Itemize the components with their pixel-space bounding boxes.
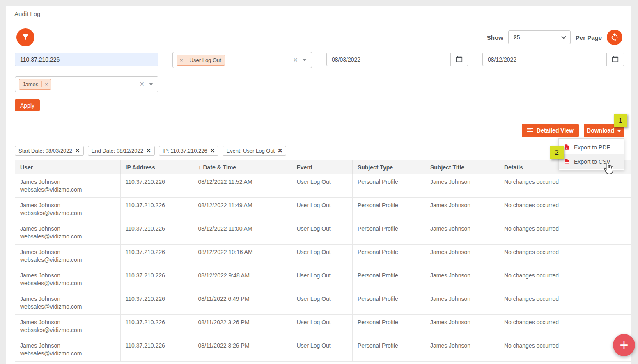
refresh-icon xyxy=(610,33,619,42)
column-header-ip[interactable]: IP Address xyxy=(120,160,193,174)
cell-ip: 110.37.210.226 xyxy=(120,268,193,291)
sort-descending-icon: ↓ xyxy=(198,164,201,171)
filter-chip: IP: 110.37.210.226 ✕ xyxy=(159,146,219,156)
cell-subject-title: James Johnson xyxy=(425,245,499,268)
user-email: websales@vidizmo.com xyxy=(20,350,115,357)
user-email: websales@vidizmo.com xyxy=(20,279,115,287)
event-tag-label: User Log Out xyxy=(186,57,225,63)
user-email: websales@vidizmo.com xyxy=(20,209,115,217)
cell-datetime: 08/11/2022 3:26 PM xyxy=(193,315,291,338)
cell-user: James Johnson websales@vidizmo.com xyxy=(15,198,121,221)
calendar-button[interactable] xyxy=(606,53,624,66)
cell-details: No changes occurred xyxy=(499,245,631,268)
remove-chip-icon[interactable]: ✕ xyxy=(75,148,80,153)
table-row[interactable]: James Johnson websales@vidizmo.com 110.3… xyxy=(15,221,631,245)
cursor-icon xyxy=(603,162,615,176)
column-header-datetime[interactable]: ↓Date & Time xyxy=(193,160,291,174)
filter-chips-row: Start Date: 08/03/2022 ✕ End Date: 08/12… xyxy=(15,146,286,156)
column-header-user[interactable]: User xyxy=(15,160,121,174)
user-name: James Johnson xyxy=(20,318,115,326)
column-header-event[interactable]: Event xyxy=(291,160,352,174)
remove-chip-icon[interactable]: ✕ xyxy=(146,148,151,153)
dropdown-caret-icon[interactable] xyxy=(149,83,153,85)
ip-filter-input[interactable] xyxy=(15,53,158,66)
cell-ip: 110.37.210.226 xyxy=(120,338,193,362)
remove-chip-icon[interactable]: ✕ xyxy=(210,148,215,153)
cell-datetime: 08/12/2022 9:48 AM xyxy=(193,268,291,291)
start-date-field[interactable]: 08/03/2022 xyxy=(326,53,468,66)
calendar-icon xyxy=(612,56,619,63)
apply-button[interactable]: Apply xyxy=(15,99,40,111)
csv-file-icon: csv xyxy=(564,158,570,165)
cell-details: No changes occurred xyxy=(499,338,631,362)
remove-tag-icon[interactable]: × xyxy=(41,81,51,87)
event-filter-multiselect[interactable]: × User Log Out × xyxy=(172,52,312,68)
clear-selection-icon[interactable]: × xyxy=(140,80,144,88)
user-filter-multiselect[interactable]: James × × xyxy=(15,76,158,92)
refresh-button[interactable] xyxy=(607,30,622,45)
add-button[interactable]: + xyxy=(613,334,635,356)
cell-subject-type: Personal Profile xyxy=(352,245,425,268)
clear-selection-icon[interactable]: × xyxy=(293,56,298,64)
cell-datetime: 08/12/2022 11:00 AM xyxy=(193,221,291,245)
cell-subject-type: Personal Profile xyxy=(352,291,425,315)
column-header-subject-title[interactable]: Subject Title xyxy=(425,160,499,174)
end-date-field[interactable]: 08/12/2022 xyxy=(482,53,624,66)
cell-ip: 110.37.210.226 xyxy=(120,245,193,268)
cell-ip: 110.37.210.226 xyxy=(120,291,193,315)
cell-subject-type: Personal Profile xyxy=(352,198,425,221)
cell-subject-type: Personal Profile xyxy=(352,221,425,245)
show-label: Show xyxy=(487,34,503,41)
remove-chip-icon[interactable]: ✕ xyxy=(278,148,282,153)
cell-ip: 110.37.210.226 xyxy=(120,315,193,338)
table-row[interactable]: James Johnson websales@vidizmo.com 110.3… xyxy=(15,245,631,268)
remove-tag-icon[interactable]: × xyxy=(177,57,186,63)
cell-subject-title: James Johnson xyxy=(425,221,499,245)
cell-details: No changes occurred xyxy=(499,268,631,291)
page-size-value: 25 xyxy=(514,34,562,41)
calendar-icon xyxy=(456,56,463,63)
table-row[interactable]: James Johnson websales@vidizmo.com 110.3… xyxy=(15,268,631,291)
page-size-select[interactable]: 25 xyxy=(508,30,571,44)
funnel-icon xyxy=(21,33,30,42)
cell-ip: 110.37.210.226 xyxy=(120,174,193,198)
column-header-subject-type[interactable]: Subject Type xyxy=(352,160,425,174)
cell-event: User Log Out xyxy=(291,221,352,245)
cell-subject-title: James Johnson xyxy=(425,174,499,198)
user-email: websales@vidizmo.com xyxy=(20,233,115,240)
download-label: Download xyxy=(587,127,614,134)
table-row[interactable]: James Johnson websales@vidizmo.com 110.3… xyxy=(15,198,631,221)
user-name: James Johnson xyxy=(20,272,115,279)
plus-icon: + xyxy=(620,337,628,353)
audit-table-body: James Johnson websales@vidizmo.com 110.3… xyxy=(15,174,631,362)
user-name: James Johnson xyxy=(20,201,115,209)
cell-datetime: 08/12/2022 10:16 AM xyxy=(193,245,291,268)
step-badge-2: 2 xyxy=(550,146,564,159)
user-name: James Johnson xyxy=(20,178,115,186)
export-to-pdf-item[interactable]: A Export to PDF xyxy=(559,140,624,154)
per-page-label: Per Page xyxy=(576,34,602,41)
table-row[interactable]: James Johnson websales@vidizmo.com 110.3… xyxy=(15,338,631,362)
calendar-button[interactable] xyxy=(450,53,468,66)
user-email: websales@vidizmo.com xyxy=(20,326,115,334)
cell-subject-title: James Johnson xyxy=(425,268,499,291)
step-badge-1: 1 xyxy=(614,114,627,127)
table-header-row: User IP Address ↓Date & Time Event Subje… xyxy=(15,160,631,174)
chevron-down-icon xyxy=(561,34,566,39)
cell-user: James Johnson websales@vidizmo.com xyxy=(15,221,121,245)
table-row[interactable]: James Johnson websales@vidizmo.com 110.3… xyxy=(15,291,631,315)
cell-subject-type: Personal Profile xyxy=(352,174,425,198)
filter-button[interactable] xyxy=(16,28,34,46)
download-dropdown-menu: A Export to PDF csv Export to CSV 2 xyxy=(558,138,624,170)
detailed-view-button[interactable]: Detailed View xyxy=(522,124,579,137)
dropdown-caret-icon[interactable] xyxy=(303,59,307,61)
audit-log-table: User IP Address ↓Date & Time Event Subje… xyxy=(15,160,631,362)
table-row[interactable]: James Johnson websales@vidizmo.com 110.3… xyxy=(15,174,631,198)
pdf-file-icon: A xyxy=(564,144,570,150)
filter-chip-label: IP: 110.37.210.226 xyxy=(163,148,207,154)
cell-user: James Johnson websales@vidizmo.com xyxy=(15,268,121,291)
user-email: websales@vidizmo.com xyxy=(20,303,115,311)
cell-details: No changes occurred xyxy=(499,174,631,198)
table-row[interactable]: James Johnson websales@vidizmo.com 110.3… xyxy=(15,315,631,338)
cell-subject-title: James Johnson xyxy=(425,291,499,315)
